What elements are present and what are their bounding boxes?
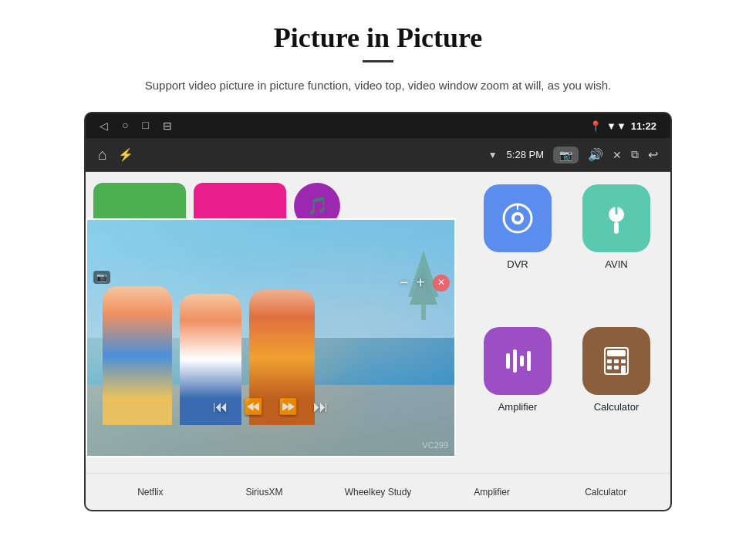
page-wrapper: Picture in Picture Support video picture… [0, 0, 756, 511]
page-subtitle: Support video picture in picture functio… [145, 76, 611, 95]
toolbar-left: ⌂ ⚡ [98, 146, 133, 164]
bottom-label-wheelkey: Wheelkey Study [339, 487, 417, 498]
toolbar-time: 5:28 PM [507, 149, 544, 160]
forward-button[interactable]: ⏩ [278, 397, 298, 416]
svg-rect-21 [621, 366, 626, 373]
wifi-icon: ▼▼ [606, 120, 626, 132]
title-divider [363, 60, 393, 62]
app-cell-dvr: DVR [473, 184, 562, 318]
svg-rect-15 [607, 350, 626, 356]
svg-rect-13 [527, 351, 531, 371]
home-nav-icon[interactable]: ○ [122, 120, 128, 132]
bottom-label-amplifier: Amplifier [454, 487, 531, 498]
svg-rect-18 [621, 359, 626, 363]
app-icon-avin[interactable] [582, 184, 650, 252]
pip-plus-button[interactable]: + [417, 274, 425, 292]
svg-rect-8 [614, 222, 619, 234]
app-label-calculator: Calculator [594, 401, 640, 413]
bottom-label-netflix: Netflix [112, 487, 189, 498]
close-pip-icon[interactable]: ✕ [613, 149, 622, 161]
pip-mode-icon[interactable]: ⧉ [631, 148, 639, 161]
svg-rect-17 [614, 359, 619, 363]
device-frame: ◁ ○ □ ⊟ 📍 ▼▼ 11:22 ⌂ ⚡ ▼ 5:28 PM 📷 🔊 [84, 112, 672, 511]
status-bar-nav: ◁ ○ □ ⊟ [100, 120, 172, 133]
pip-close-button[interactable]: ✕ [433, 275, 450, 292]
toolbar-back-icon[interactable]: ↩ [648, 147, 658, 162]
app-icon-calculator[interactable] [582, 327, 650, 395]
app-label-amplifier: Amplifier [498, 401, 538, 413]
main-content: 🎵 [86, 172, 670, 473]
pip-section: 🎵 [86, 172, 464, 473]
recents-nav-icon[interactable]: □ [142, 120, 148, 132]
prev-button[interactable]: ⏮ [213, 398, 228, 416]
apps-grid: DVR AVIN [464, 172, 670, 473]
bottom-label-siriusxm: SiriusXM [225, 487, 302, 498]
toolbar: ⌂ ⚡ ▼ 5:28 PM 📷 🔊 ✕ ⧉ ↩ [86, 138, 670, 172]
usb-icon: ⚡ [118, 147, 133, 162]
pip-playback-controls: ⏮ ⏪ ⏩ ⏭ [213, 397, 329, 416]
bookmark-nav-icon[interactable]: ⊟ [163, 120, 172, 133]
rewind-button[interactable]: ⏪ [244, 397, 263, 416]
calculator-icon-svg [597, 342, 636, 380]
pip-minus-button[interactable]: − [400, 274, 408, 292]
app-icon-dvr[interactable] [484, 184, 552, 252]
amplifier-icon-svg [498, 342, 537, 380]
pip-resize-controls: − + ✕ [400, 274, 450, 292]
toolbar-right: ▼ 5:28 PM 📷 🔊 ✕ ⧉ ↩ [488, 147, 658, 164]
page-title: Picture in Picture [274, 22, 483, 54]
back-nav-icon[interactable]: ◁ [100, 120, 108, 133]
bottom-label-calculator: Calculator [567, 487, 644, 498]
pip-controls-top: 📷 [93, 271, 110, 284]
app-label-dvr: DVR [507, 258, 528, 270]
svg-rect-10 [506, 353, 510, 369]
avin-icon-svg [597, 199, 636, 238]
camera-button[interactable]: 📷 [553, 147, 579, 164]
app-icon-amplifier[interactable] [484, 327, 552, 395]
dvr-icon-svg [498, 199, 537, 238]
home-icon[interactable]: ⌂ [98, 146, 107, 164]
svg-rect-20 [614, 366, 619, 369]
status-bar-right: 📍 ▼▼ 11:22 [589, 120, 656, 132]
person-1 [103, 286, 172, 425]
svg-point-5 [515, 215, 521, 221]
svg-rect-19 [607, 366, 612, 369]
svg-rect-11 [513, 349, 517, 373]
svg-rect-12 [520, 356, 524, 366]
watermark: VC299 [422, 440, 448, 450]
pip-video[interactable]: 📷 − + ✕ ⏮ ⏪ ⏩ ⏭ [86, 218, 456, 457]
app-cell-avin: AVIN [572, 184, 661, 318]
location-icon: 📍 [589, 120, 602, 132]
app-cell-amplifier: Amplifier [473, 327, 562, 460]
pip-camera-icon: 📷 [93, 271, 110, 284]
wifi-status-icon: ▼ [488, 150, 498, 160]
volume-icon[interactable]: 🔊 [588, 147, 603, 162]
bottom-labels: Netflix SiriusXM Wheelkey Study Amplifie… [86, 473, 670, 510]
pip-close-icon: ✕ [437, 277, 445, 288]
svg-rect-16 [607, 359, 612, 363]
app-label-avin: AVIN [605, 258, 627, 270]
status-bar: ◁ ○ □ ⊟ 📍 ▼▼ 11:22 [86, 113, 670, 138]
app-cell-calculator: Calculator [572, 327, 661, 460]
status-time: 11:22 [631, 120, 656, 132]
next-button[interactable]: ⏭ [313, 398, 329, 416]
